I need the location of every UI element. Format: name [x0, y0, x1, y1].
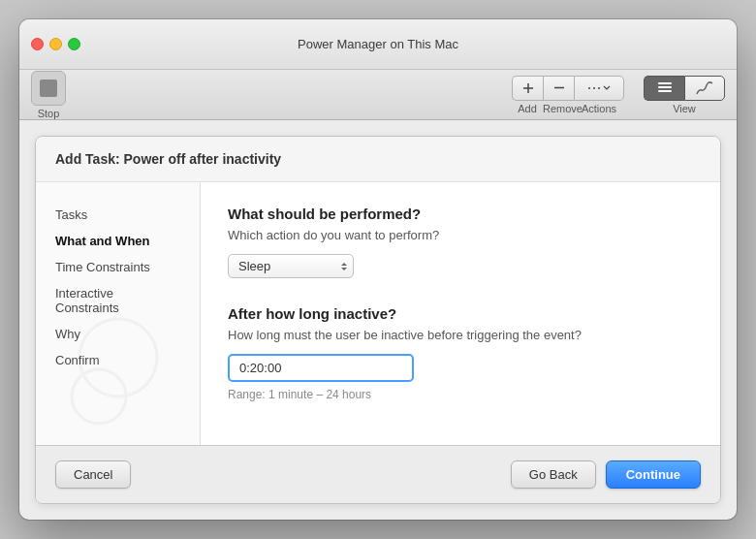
action-select-wrapper: Sleep Shut Down Restart Log Out [228, 254, 354, 278]
section2-desc: How long must the user be inactive befor… [228, 328, 693, 342]
titlebar: Power Manager on This Mac [19, 19, 737, 70]
section-what: What should be performed? Which action d… [228, 206, 693, 278]
minimize-button[interactable] [49, 38, 62, 50]
dialog-header: Add Task: Power off after inactivity [36, 137, 720, 182]
close-button[interactable] [31, 38, 44, 50]
section1-title: What should be performed? [228, 206, 693, 222]
dialog-box: Add Task: Power off after inactivity Tas… [35, 136, 721, 504]
nav-item-tasks[interactable]: Tasks [36, 202, 200, 228]
main-window: Power Manager on This Mac Stop [19, 19, 737, 520]
add-remove-group: Add Remove Actions [512, 76, 624, 114]
graph-view-button[interactable] [684, 76, 725, 101]
actions-button[interactable] [574, 76, 624, 101]
watermark [60, 309, 176, 426]
cancel-button[interactable]: Cancel [55, 460, 131, 489]
svg-point-4 [593, 87, 595, 89]
dialog-title: Add Task: Power off after inactivity [55, 151, 281, 167]
remove-label: Remove [543, 103, 574, 114]
sidebar-nav: Tasks What and When Time Constraints Int… [36, 182, 201, 445]
dialog-footer: Cancel Go Back Continue [36, 445, 720, 503]
time-input[interactable] [228, 354, 414, 382]
stop-label: Stop [38, 108, 60, 119]
window-title: Power Manager on This Mac [298, 37, 458, 51]
stop-button[interactable]: Stop [31, 71, 66, 119]
svg-rect-8 [658, 90, 672, 92]
svg-rect-7 [658, 86, 672, 88]
toolbar-labels: Add Remove Actions [512, 103, 624, 114]
go-back-button[interactable]: Go Back [511, 460, 596, 489]
continue-button[interactable]: Continue [606, 460, 701, 489]
nav-item-what-and-when[interactable]: What and When [36, 228, 200, 254]
action-select[interactable]: Sleep Shut Down Restart Log Out [228, 254, 354, 278]
traffic-lights [31, 38, 80, 50]
time-hint: Range: 1 minute – 24 hours [228, 388, 693, 401]
svg-point-3 [588, 87, 590, 89]
dialog-body: Tasks What and When Time Constraints Int… [36, 182, 720, 445]
footer-right: Go Back Continue [511, 460, 701, 489]
section2-title: After how long inactive? [228, 305, 693, 322]
section1-desc: Which action do you want to perform? [228, 228, 693, 242]
maximize-button[interactable] [68, 38, 80, 50]
toolbar: Stop [19, 70, 737, 120]
view-controls: View [644, 76, 725, 114]
stop-square [40, 79, 57, 97]
svg-point-5 [598, 87, 600, 89]
view-label: View [673, 103, 696, 114]
actions-label: Actions [574, 103, 624, 114]
svg-point-9 [79, 319, 157, 396]
time-input-wrapper [228, 354, 414, 382]
add-button[interactable] [512, 76, 543, 101]
remove-button[interactable] [543, 76, 574, 101]
svg-rect-6 [658, 82, 672, 84]
stop-icon [31, 71, 66, 106]
main-content: Add Task: Power off after inactivity Tas… [19, 120, 737, 520]
nav-item-time-constraints[interactable]: Time Constraints [36, 254, 200, 280]
form-content: What should be performed? Which action d… [201, 182, 720, 445]
list-view-button[interactable] [644, 76, 684, 101]
add-label: Add [512, 103, 543, 114]
section-inactive: After how long inactive? How long must t… [228, 305, 693, 401]
